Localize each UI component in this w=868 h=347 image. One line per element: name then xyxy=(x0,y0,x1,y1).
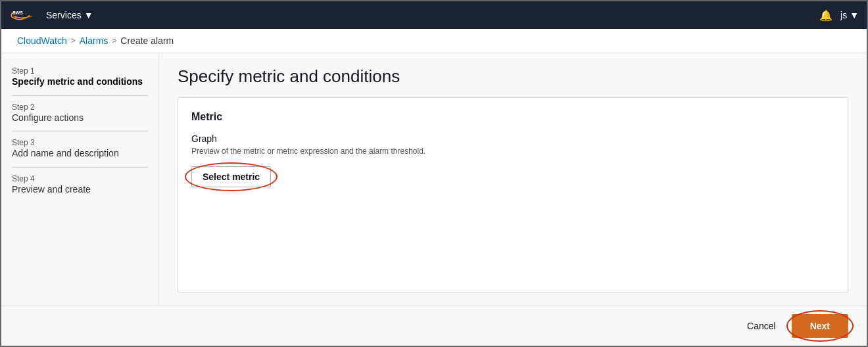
svg-text:aws: aws xyxy=(12,9,23,16)
step-2-number: Step 2 xyxy=(12,103,148,112)
breadcrumb-sep1: > xyxy=(71,36,76,45)
next-button[interactable]: Next xyxy=(792,314,848,338)
page-title: Specify metric and conditions xyxy=(178,66,848,87)
step-1-number: Step 1 xyxy=(12,66,148,76)
step-3-number: Step 3 xyxy=(12,138,148,147)
breadcrumb-current: Create alarm xyxy=(120,35,174,46)
footer-bar: Cancel Next xyxy=(1,306,867,346)
next-btn-wrapper: Next xyxy=(792,314,848,338)
breadcrumb-alarms[interactable]: Alarms xyxy=(80,35,108,46)
graph-label: Graph xyxy=(191,133,834,144)
services-menu[interactable]: Services ▼ xyxy=(46,10,93,20)
graph-description: Preview of the metric or metric expressi… xyxy=(191,147,834,156)
step-4-label: Preview and create xyxy=(12,183,148,197)
steps-sidebar: Step 1 Specify metric and conditions Ste… xyxy=(1,53,159,306)
step-1-label: Specify metric and conditions xyxy=(12,76,148,89)
sidebar-step-4: Step 4 Preview and create xyxy=(12,174,148,197)
breadcrumb-cloudwatch[interactable]: CloudWatch xyxy=(17,35,67,46)
metric-card: Metric Graph Preview of the metric or me… xyxy=(178,97,848,292)
user-menu[interactable]: js ▼ xyxy=(840,10,859,20)
step-3-label: Add name and description xyxy=(12,147,148,160)
select-metric-button[interactable]: Select metric xyxy=(191,166,271,187)
sidebar-step-3: Step 3 Add name and description xyxy=(12,138,148,160)
notifications-icon[interactable]: 🔔 xyxy=(819,9,832,22)
breadcrumb-sep2: > xyxy=(112,36,116,45)
sidebar-step-2: Step 2 Configure actions xyxy=(12,103,148,125)
main-panel: Specify metric and conditions Metric Gra… xyxy=(159,53,867,306)
breadcrumb: CloudWatch > Alarms > Create alarm xyxy=(1,29,867,53)
step-4-number: Step 4 xyxy=(12,174,148,183)
metric-section-title: Metric xyxy=(191,111,834,123)
aws-logo[interactable]: aws xyxy=(9,5,36,26)
cancel-button[interactable]: Cancel xyxy=(739,315,784,336)
sidebar-step-1: Step 1 Specify metric and conditions xyxy=(12,66,148,89)
step-2-label: Configure actions xyxy=(12,112,148,125)
top-navigation: aws Services ▼ 🔔 js ▼ xyxy=(1,1,867,29)
select-metric-wrapper: Select metric xyxy=(191,166,271,187)
